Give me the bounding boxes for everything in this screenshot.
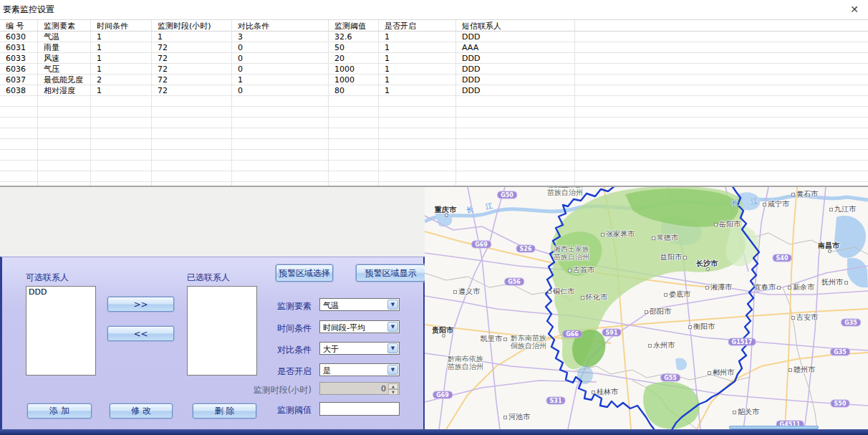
table-cell[interactable]: 80 [329,85,379,95]
table-cell[interactable]: 1 [91,32,152,42]
chevron-down-icon[interactable]: ▼ [387,322,398,332]
enabled-label: 是否开启 [224,365,312,378]
table-cell[interactable]: 3 [232,32,329,42]
table-cell [232,128,329,138]
table-row[interactable]: 6036气压172010001DDD [0,64,868,75]
table-cell[interactable]: 1 [232,75,329,85]
table-cell[interactable]: 6037 [0,75,38,85]
table-cell[interactable]: 6036 [0,64,38,74]
monitor-settings-table[interactable]: 编 号监测要素时间条件监测时段(小时)对比条件监测阈值是否开启短信联系人6030… [0,19,868,187]
column-header[interactable]: 编 号 [0,20,38,31]
table-cell[interactable]: 0 [232,53,329,63]
chevron-down-icon[interactable]: ▼ [387,365,398,375]
table-cell[interactable]: DDD [456,53,575,63]
table-cell[interactable]: 1 [91,85,152,95]
table-cell[interactable]: 1 [91,42,152,52]
time-condition-combobox[interactable]: 时间段-平均 ▼ [319,320,400,333]
chevron-down-icon[interactable]: ▼ [387,343,398,353]
table-row[interactable]: 6038相对湿度1720801DDD [0,85,868,96]
table-cell[interactable]: 20 [329,53,379,63]
region-label: 恩施土家族 苗族自治州 [547,187,583,196]
table-cell[interactable]: 1000 [329,75,379,85]
move-right-button[interactable]: >> [107,297,174,312]
table-header-row[interactable]: 编 号监测要素时间条件监测时段(小时)对比条件监测阈值是否开启短信联系人 [0,20,868,32]
city-label: 黄石市 [791,189,818,199]
table-cell[interactable]: 0 [232,85,329,95]
threshold-input[interactable] [319,402,400,416]
table-row[interactable]: 6030气温11332.61DDD [0,32,868,42]
close-icon[interactable]: ✕ [847,1,862,17]
period-spinner[interactable]: 0 ▲ ▼ [319,382,400,395]
city-marker-icon [548,290,551,294]
table-cell[interactable]: 1 [91,64,152,74]
chevron-down-icon[interactable]: ▼ [387,300,398,310]
table-cell [232,96,329,106]
column-header[interactable]: 监测要素 [38,20,91,31]
table-cell[interactable]: AAA [456,42,575,52]
move-left-button[interactable]: << [107,326,174,341]
table-row[interactable]: 6031雨量1720501AAA [0,42,868,53]
element-combobox[interactable]: 气温 ▼ [319,298,400,311]
table-cell[interactable]: 1 [379,75,456,85]
table-cell[interactable]: 相对湿度 [38,85,91,95]
table-cell[interactable]: 72 [152,42,232,52]
warning-area-select-button[interactable]: 预警区域选择 [276,264,333,282]
column-header[interactable]: 短信联系人 [456,20,575,31]
table-cell[interactable]: 50 [329,42,379,52]
table-cell[interactable]: 0 [232,64,329,74]
table-cell[interactable]: 6033 [0,53,38,63]
table-cell[interactable]: 1 [379,85,456,95]
table-row[interactable]: 6037最低能见度272110001DDD [0,75,868,85]
table-cell[interactable]: DDD [456,64,575,74]
table-cell[interactable]: 气压 [38,64,91,74]
table-cell[interactable]: 1 [379,42,456,52]
table-cell[interactable]: DDD [456,85,575,95]
table-cell[interactable]: 0 [232,42,329,52]
column-header[interactable]: 监测时段(小时) [152,20,232,31]
table-cell[interactable]: 72 [152,53,232,63]
element-combobox-value: 气温 [323,300,386,311]
table-cell[interactable]: 1 [91,53,152,63]
table-cell-filler [575,139,868,149]
spinner-down-icon[interactable]: ▼ [388,389,398,395]
table-cell[interactable]: 72 [152,85,232,95]
table-cell[interactable]: 雨量 [38,42,91,52]
table-cell[interactable]: 1 [379,64,456,74]
table-cell[interactable]: DDD [456,75,575,85]
table-cell[interactable]: 6031 [0,42,38,52]
warning-area-show-button[interactable]: 预警区域显示 [356,264,425,282]
table-cell[interactable]: 6030 [0,32,38,42]
column-header[interactable]: 监测阈值 [329,20,379,31]
table-cell[interactable]: 气温 [38,32,91,42]
contact-list-item[interactable]: DDD [26,287,95,297]
modify-button[interactable]: 修 改 [110,403,173,419]
table-cell[interactable]: 1 [152,32,232,42]
table-cell[interactable]: 6038 [0,85,38,95]
table-cell [38,171,91,181]
available-contacts-listbox[interactable]: DDD [26,286,96,376]
table-cell[interactable]: 32.6 [329,32,379,42]
table-cell[interactable]: 最低能见度 [38,75,91,85]
table-cell[interactable]: 72 [152,64,232,74]
table-cell[interactable]: 1 [379,53,456,63]
column-header[interactable]: 对比条件 [232,20,329,31]
enabled-combobox[interactable]: 是 ▼ [319,363,400,376]
table-cell[interactable]: 72 [152,75,232,85]
delete-button[interactable]: 删 除 [193,403,256,419]
map[interactable]: 重庆市黄石市咸宁市九江市岳阳市张家界市常德市南昌市益阳市长沙市吉首市湘潭市宜春市… [425,187,868,429]
city-marker-icon [664,293,667,297]
compare-condition-combobox[interactable]: 大于 ▼ [319,342,400,355]
spinner-up-icon[interactable]: ▲ [388,383,398,389]
column-header[interactable]: 是否开启 [379,20,456,31]
table-cell[interactable]: 1000 [329,64,379,74]
table-cell [91,171,152,181]
table-cell[interactable]: DDD [456,32,575,42]
table-cell[interactable]: 2 [91,75,152,85]
table-cell[interactable]: 风速 [38,53,91,63]
column-header[interactable]: 时间条件 [91,20,152,31]
table-row[interactable]: 6033风速1720201DDD [0,53,868,64]
table-cell-filler [575,32,868,42]
add-button[interactable]: 添 加 [27,403,92,419]
road-badge: S26 [516,245,536,253]
table-cell[interactable]: 1 [379,32,456,42]
